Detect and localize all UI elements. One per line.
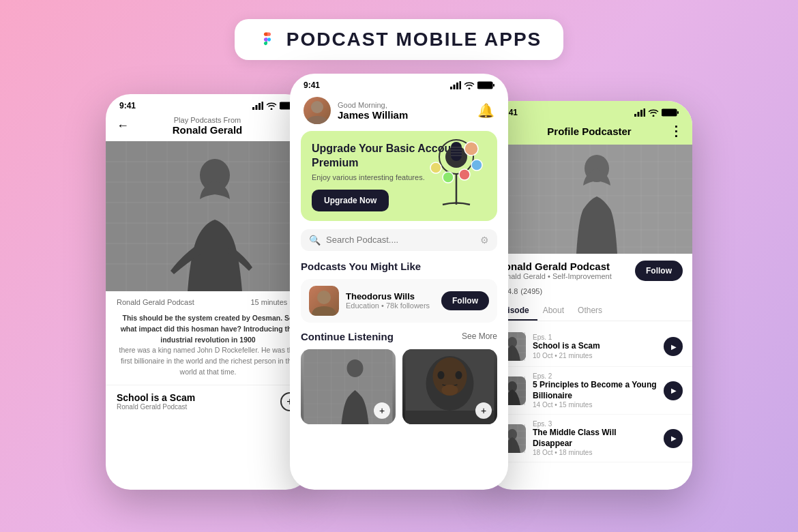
upgrade-button[interactable]: Upgrade Now	[312, 190, 389, 211]
episode-date-3: 18 Oct • 18 minutes	[533, 449, 657, 456]
svg-rect-68	[640, 110, 642, 117]
svg-point-64	[442, 385, 458, 396]
svg-rect-24	[450, 87, 452, 89]
episode-details-1: Eps. 1 School is a Scam 10 Oct • 21 minu…	[533, 334, 657, 359]
avatar-svg	[304, 97, 331, 124]
play-button-3[interactable]: ▶	[664, 429, 683, 448]
episode-name-3: The Middle Class Will Disappear	[533, 428, 657, 449]
right-rating: ★ 4.8 (2495)	[488, 285, 692, 301]
search-bar: 🔍 ⚙	[301, 229, 497, 251]
center-phone: 9:41	[290, 74, 508, 490]
left-time: 9:41	[119, 101, 136, 110]
left-podcast-name: Ronald Gerald Podcast	[117, 298, 194, 306]
right-more-button[interactable]: ⋮	[669, 123, 683, 139]
continue-add-1[interactable]: +	[374, 402, 390, 419]
continue-title: Continue Listening	[301, 331, 394, 342]
right-nav-title: Profile Podcaster	[547, 125, 631, 137]
podcast-card-sub: Education • 78k followers	[346, 301, 434, 310]
podcast-card: Theodorus Wills Education • 78k follower…	[301, 279, 497, 323]
tab-others[interactable]: Others	[578, 301, 610, 321]
episode-list-item-2: Eps. 2 5 Principles to Become a Young Bi…	[488, 367, 692, 415]
left-episode-item: School is a Scam Ronald Gerald Podcast +	[106, 385, 310, 418]
svg-point-62	[438, 371, 445, 379]
right-nav-bar: ← Profile Podcaster ⋮	[488, 120, 692, 145]
greeting-name: James William	[338, 109, 408, 121]
continue-add-2[interactable]: +	[475, 402, 492, 419]
right-profile-svg	[488, 145, 692, 254]
left-episode-info: School is a Scam Ronald Gerald Podcast	[117, 392, 195, 411]
center-status-bar: 9:41	[290, 74, 508, 93]
page-title: PODCAST MOBILE APPS	[286, 29, 542, 50]
right-nav-area: ← Profile Podcaster ⋮	[488, 120, 692, 145]
signal-icon	[252, 102, 263, 110]
left-person-svg	[106, 141, 310, 291]
left-desc-bold: This should be the system created by Oes…	[121, 314, 296, 344]
svg-rect-0	[252, 107, 254, 110]
svg-rect-2	[258, 103, 261, 110]
svg-rect-28	[477, 82, 492, 89]
play-button-1[interactable]: ▶	[664, 337, 683, 356]
continue-grid: + +	[290, 349, 508, 424]
left-episode-sub: Ronald Gerald Podcast	[117, 403, 195, 411]
svg-rect-27	[460, 81, 462, 89]
left-desc-light: there was a king named John D Rockefelle…	[119, 346, 297, 376]
podcast-card-info: Theodorus Wills Education • 78k follower…	[346, 291, 434, 310]
play-button-2[interactable]: ▶	[664, 381, 683, 400]
svg-rect-29	[493, 84, 494, 87]
svg-point-44	[317, 291, 331, 304]
right-profile-name: Ronald Gerald Podcast	[497, 261, 612, 272]
svg-rect-26	[456, 83, 458, 89]
episode-details-3: Eps. 3 The Middle Class Will Disappear 1…	[533, 420, 657, 456]
play-icon-2: ▶	[671, 387, 677, 394]
center-time: 9:41	[304, 80, 320, 90]
right-status-bar: 9:41	[488, 101, 692, 120]
right-follow-button[interactable]: Follow	[635, 261, 683, 281]
svg-point-33	[464, 142, 478, 156]
page-header: PODCAST MOBILE APPS	[235, 19, 564, 60]
play-icon-3: ▶	[671, 434, 677, 442]
podcast-card-name: Theodorus Wills	[346, 291, 434, 301]
svg-rect-39	[451, 142, 462, 161]
svg-rect-3	[262, 102, 264, 110]
episode-date-1: 10 Oct • 21 minutes	[533, 352, 657, 359]
right-wifi-icon	[648, 108, 659, 117]
microphone-svg	[422, 136, 490, 218]
see-more-link[interactable]: See More	[462, 331, 497, 341]
wifi-icon	[266, 102, 277, 110]
right-battery-icon	[662, 108, 679, 117]
right-header-bg: 9:41	[488, 101, 692, 254]
right-profile-info: Ronald Gerald Podcast Ronald Gerald • Se…	[488, 254, 692, 285]
right-profile-details: Ronald Gerald Podcast Ronald Gerald • Se…	[497, 261, 612, 280]
svg-point-30	[311, 101, 323, 113]
svg-rect-25	[454, 85, 456, 89]
svg-point-63	[456, 371, 462, 379]
card-avatar-svg	[309, 286, 339, 316]
left-nav-sub: Play Podcasts From	[173, 116, 243, 124]
left-nav-main: Ronald Gerald	[173, 124, 243, 136]
bell-icon[interactable]: 🔔	[477, 102, 494, 119]
right-phone: 9:41	[488, 101, 692, 490]
center-battery-icon	[477, 81, 494, 89]
episode-name-2: 5 Principles to Become a Young Billionai…	[533, 380, 657, 401]
continue-item-1: +	[301, 349, 396, 424]
svg-rect-71	[677, 111, 679, 114]
left-back-button[interactable]: ←	[117, 119, 129, 133]
left-nav-bar: ← Play Podcasts From Ronald Gerald ⋮	[106, 113, 310, 141]
play-icon-1: ▶	[671, 343, 677, 351]
filter-icon[interactable]: ⚙	[480, 235, 489, 246]
section-title: Podcasts You Might Like	[290, 261, 508, 279]
tab-about[interactable]: About	[543, 301, 572, 321]
center-follow-button[interactable]: Follow	[441, 291, 489, 310]
left-podcast-desc: This should be the system created by Oes…	[106, 310, 310, 385]
svg-rect-69	[644, 108, 646, 117]
center-greeting: Good Morning, James William 🔔	[290, 93, 508, 131]
right-tabs: Episode About Others	[488, 301, 692, 321]
podcast-card-avatar	[309, 286, 339, 316]
episode-details-2: Eps. 2 5 Principles to Become a Young Bi…	[533, 372, 657, 409]
episode-eps-3: Eps. 3	[533, 420, 657, 428]
episode-list-item-3: Eps. 3 The Middle Class Will Disappear 1…	[488, 415, 692, 462]
search-input[interactable]	[326, 235, 475, 245]
continue-item-2: +	[402, 349, 497, 424]
svg-rect-67	[638, 112, 640, 117]
rating-count: (2495)	[520, 287, 542, 295]
